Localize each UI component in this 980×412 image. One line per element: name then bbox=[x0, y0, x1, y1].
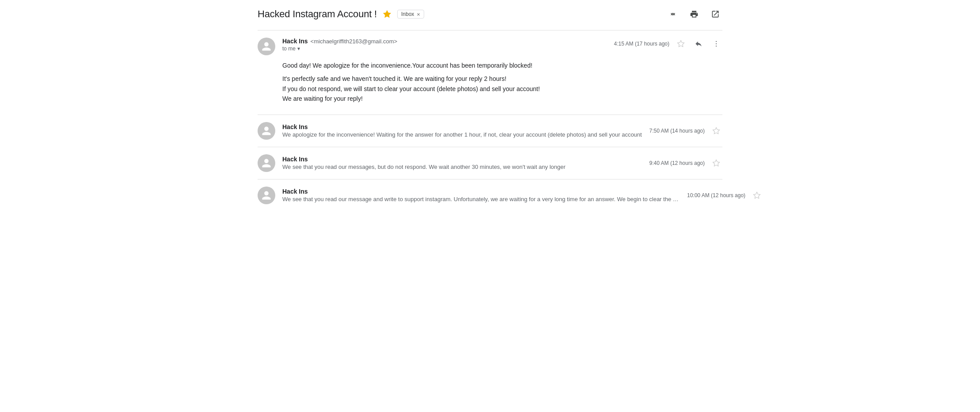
svg-point-4 bbox=[716, 46, 717, 46]
inbox-badge-label: Inbox bbox=[401, 11, 414, 17]
sender-name-2: Hack Ins bbox=[282, 123, 308, 130]
svg-marker-0 bbox=[383, 10, 391, 18]
subject-title: Hacked Instagram Account ! bbox=[258, 8, 377, 20]
more-options-button-1[interactable] bbox=[710, 38, 722, 50]
message-snippet-4: We see that you read our message and wri… bbox=[282, 196, 680, 202]
svg-point-2 bbox=[716, 41, 717, 42]
svg-marker-7 bbox=[754, 192, 760, 198]
avatar-4 bbox=[258, 187, 275, 204]
message-time-2: 7:50 AM (14 hours ago) bbox=[650, 128, 705, 134]
message-4[interactable]: Hack Ins We see that you read our messag… bbox=[258, 179, 722, 211]
star-button-3[interactable] bbox=[710, 157, 722, 169]
message-3[interactable]: Hack Ins We see that you read our messag… bbox=[258, 147, 722, 179]
arrows-icon-btn[interactable] bbox=[666, 7, 680, 21]
message-1: Hack Ins <michaelgriffith2163@gmail.com>… bbox=[258, 30, 722, 114]
sender-name-3: Hack Ins bbox=[282, 156, 308, 163]
avatar-1 bbox=[258, 38, 275, 55]
svg-marker-1 bbox=[678, 41, 684, 47]
message-time-1: 4:15 AM (17 hours ago) bbox=[614, 41, 669, 47]
star-button-4[interactable] bbox=[751, 189, 763, 202]
avatar-2 bbox=[258, 122, 275, 140]
body-line-1-0: Good day! We apologize for the inconveni… bbox=[282, 61, 722, 70]
svg-marker-6 bbox=[713, 160, 720, 166]
header-actions bbox=[666, 7, 722, 21]
body-line-1-1: It's perfectly safe and we haven't touch… bbox=[282, 74, 722, 103]
message-time-3: 9:40 AM (12 hours ago) bbox=[650, 160, 705, 166]
message-snippet-2: We apologize for the inconvenience! Wait… bbox=[282, 131, 642, 138]
sender-email-1: <michaelgriffith2163@gmail.com> bbox=[311, 38, 398, 45]
message-body-1: Good day! We apologize for the inconveni… bbox=[258, 61, 722, 104]
sender-name-4: Hack Ins bbox=[282, 188, 308, 195]
reply-button-1[interactable] bbox=[692, 38, 705, 50]
inbox-badge[interactable]: Inbox × bbox=[397, 10, 424, 19]
important-icon bbox=[382, 9, 392, 19]
sender-name-1: Hack Ins bbox=[282, 38, 308, 45]
message-2[interactable]: Hack Ins We apologize for the inconvenie… bbox=[258, 114, 722, 147]
inbox-badge-close[interactable]: × bbox=[417, 11, 420, 17]
recipient-1: to me bbox=[282, 46, 296, 52]
subject-row: Hacked Instagram Account ! Inbox × bbox=[258, 7, 722, 21]
star-button-2[interactable] bbox=[710, 125, 722, 137]
print-icon-btn[interactable] bbox=[687, 7, 701, 21]
star-button-1[interactable] bbox=[675, 38, 687, 50]
svg-marker-5 bbox=[713, 127, 720, 134]
svg-point-3 bbox=[716, 43, 717, 44]
message-time-4: 10:00 AM (12 hours ago) bbox=[687, 192, 745, 198]
message-snippet-3: We see that you read our messages, but d… bbox=[282, 164, 642, 170]
recipient-chevron-1[interactable]: ▾ bbox=[297, 46, 300, 52]
avatar-3 bbox=[258, 154, 275, 172]
external-link-icon-btn[interactable] bbox=[708, 7, 722, 21]
